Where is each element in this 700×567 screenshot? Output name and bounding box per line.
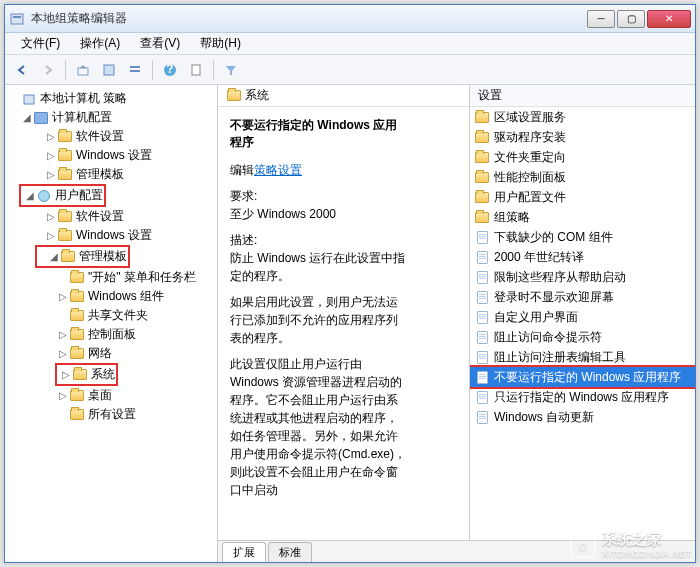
minimize-button[interactable]: ─ (587, 10, 615, 28)
forward-button[interactable] (37, 59, 59, 81)
tree-all-settings[interactable]: 所有设置 (7, 405, 215, 424)
back-button[interactable] (11, 59, 33, 81)
tree-start-taskbar[interactable]: "开始" 菜单和任务栏 (7, 268, 215, 287)
tree-uc-admin[interactable]: ◢管理模板 (38, 247, 127, 266)
content-tabs: 扩展 标准 (218, 540, 695, 562)
tree-cc-windows[interactable]: ▷Windows 设置 (7, 146, 215, 165)
desc-text: 防止 Windows 运行在此设置中指定的程序。 (230, 249, 406, 285)
menu-file[interactable]: 文件(F) (11, 33, 70, 54)
settings-item[interactable]: 登录时不显示欢迎屏幕 (470, 287, 695, 307)
help-icon[interactable]: ? (159, 59, 181, 81)
expand-icon[interactable]: ▷ (45, 169, 57, 180)
expand-icon[interactable]: ▷ (45, 230, 57, 241)
document-icon (474, 330, 490, 344)
tree-cc-admin[interactable]: ▷管理模板 (7, 165, 215, 184)
tab-standard[interactable]: 标准 (268, 542, 312, 562)
document-icon (474, 370, 490, 384)
document-icon (474, 390, 490, 404)
properties-icon[interactable] (185, 59, 207, 81)
menu-action[interactable]: 操作(A) (70, 33, 130, 54)
collapse-icon[interactable]: ◢ (24, 190, 36, 201)
settings-item-label: 性能控制面板 (494, 169, 566, 186)
up-button[interactable] (72, 59, 94, 81)
svg-rect-2 (78, 68, 88, 75)
tree-control-panel[interactable]: ▷控制面板 (7, 325, 215, 344)
tree-uc-windows[interactable]: ▷Windows 设置 (7, 226, 215, 245)
expand-icon[interactable]: ▷ (45, 131, 57, 142)
tree-computer-config[interactable]: ◢计算机配置 (7, 108, 215, 127)
settings-item[interactable]: 2000 年世纪转译 (470, 247, 695, 267)
settings-scroll[interactable]: 区域设置服务驱动程序安装文件夹重定向性能控制面板用户配置文件组策略下载缺少的 C… (470, 107, 695, 540)
tree-user-config[interactable]: ◢用户配置 (22, 186, 103, 205)
settings-item[interactable]: 自定义用户界面 (470, 307, 695, 327)
app-window: 本地组策略编辑器 ─ ▢ ✕ 文件(F) 操作(A) 查看(V) 帮助(H) ?… (4, 4, 696, 563)
collapse-icon[interactable]: ◢ (48, 251, 60, 262)
expand-icon[interactable]: ▷ (60, 369, 72, 380)
tree-network[interactable]: ▷网络 (7, 344, 215, 363)
settings-item[interactable]: 不要运行指定的 Windows 应用程序 (470, 367, 695, 387)
settings-item[interactable]: 下载缺少的 COM 组件 (470, 227, 695, 247)
settings-header: 设置 (470, 85, 695, 107)
toolbar-separator (213, 60, 214, 80)
settings-item[interactable]: 区域设置服务 (470, 107, 695, 127)
folder-icon (69, 389, 85, 403)
tree-desktop[interactable]: ▷桌面 (7, 386, 215, 405)
close-button[interactable]: ✕ (647, 10, 691, 28)
tree-pane[interactable]: 本地计算机 策略 ◢计算机配置 ▷软件设置 ▷Windows 设置 ▷管理模板 … (5, 85, 218, 562)
settings-item[interactable]: 组策略 (470, 207, 695, 227)
folder-icon (57, 130, 73, 144)
expand-icon[interactable]: ▷ (45, 150, 57, 161)
menu-help[interactable]: 帮助(H) (190, 33, 251, 54)
settings-item[interactable]: Windows 自动更新 (470, 407, 695, 427)
settings-item[interactable]: 文件夹重定向 (470, 147, 695, 167)
tree-uc-software[interactable]: ▷软件设置 (7, 207, 215, 226)
tree-cc-software[interactable]: ▷软件设置 (7, 127, 215, 146)
folder-icon (69, 271, 85, 285)
detail-icon[interactable] (124, 59, 146, 81)
tree-system[interactable]: ▷系统 (58, 365, 115, 384)
svg-rect-9 (24, 95, 34, 104)
computer-icon (33, 111, 49, 125)
expand-icon[interactable]: ▷ (45, 211, 57, 222)
list-icon[interactable] (98, 59, 120, 81)
document-icon (474, 230, 490, 244)
settings-item-label: Windows 自动更新 (494, 409, 594, 426)
menubar: 文件(F) 操作(A) 查看(V) 帮助(H) (5, 33, 695, 55)
policy-title: 不要运行指定的 Windows 应用程序 (230, 117, 406, 151)
filter-icon[interactable] (220, 59, 242, 81)
tree-label: 所有设置 (88, 406, 136, 423)
expand-icon[interactable]: ▷ (57, 390, 69, 401)
toolbar-separator (152, 60, 153, 80)
folder-icon (57, 168, 73, 182)
user-icon (36, 189, 52, 203)
tree-win-components[interactable]: ▷Windows 组件 (7, 287, 215, 306)
tree-shared-folders[interactable]: 共享文件夹 (7, 306, 215, 325)
expand-icon[interactable]: ▷ (57, 329, 69, 340)
menu-view[interactable]: 查看(V) (130, 33, 190, 54)
collapse-icon[interactable]: ◢ (21, 112, 33, 123)
folder-icon (60, 250, 76, 264)
settings-item[interactable]: 限制这些程序从帮助启动 (470, 267, 695, 287)
edit-policy-link[interactable]: 策略设置 (254, 163, 302, 177)
settings-item[interactable]: 驱动程序安装 (470, 127, 695, 147)
settings-item[interactable]: 阻止访问注册表编辑工具 (470, 347, 695, 367)
tree-root[interactable]: 本地计算机 策略 (7, 89, 215, 108)
settings-item[interactable]: 只运行指定的 Windows 应用程序 (470, 387, 695, 407)
folder-icon (69, 408, 85, 422)
settings-item[interactable]: 用户配置文件 (470, 187, 695, 207)
expand-icon[interactable]: ▷ (57, 291, 69, 302)
svg-rect-0 (11, 14, 23, 24)
tree-label: 共享文件夹 (88, 307, 148, 324)
desc-text: 此设置仅阻止用户运行由 Windows 资源管理器进程启动的程序。它不会阻止用户… (230, 355, 406, 499)
settings-item[interactable]: 性能控制面板 (470, 167, 695, 187)
tree-label: 软件设置 (76, 128, 124, 145)
settings-item[interactable]: 阻止访问命令提示符 (470, 327, 695, 347)
tree-label: 桌面 (88, 387, 112, 404)
maximize-button[interactable]: ▢ (617, 10, 645, 28)
tab-extended[interactable]: 扩展 (222, 542, 266, 562)
content-header-label: 系统 (245, 87, 269, 104)
folder-icon (69, 309, 85, 323)
edit-prefix: 编辑 (230, 163, 254, 177)
expand-icon[interactable]: ▷ (57, 348, 69, 359)
tree-label: 控制面板 (88, 326, 136, 343)
